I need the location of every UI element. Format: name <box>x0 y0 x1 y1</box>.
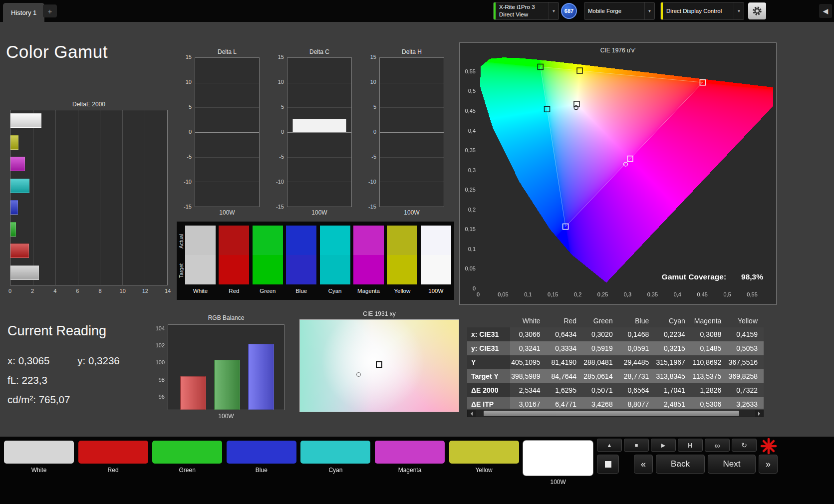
table-cell: 2,4851 <box>655 397 691 409</box>
back-button[interactable]: Back <box>656 455 705 474</box>
pattern-button-100w[interactable] <box>523 441 593 476</box>
pattern-button-yellow[interactable] <box>449 441 519 464</box>
gear-icon <box>752 6 762 16</box>
swatch-label: 100W <box>417 288 455 294</box>
table-row: ΔE 20002,53441,62950,50710,65641,70411,2… <box>467 383 764 397</box>
collapse-panel-button[interactable]: ◀ <box>819 4 832 18</box>
deltae2000-chart <box>10 110 168 285</box>
axis-tick-label: 0,35 <box>460 147 476 153</box>
swatch-white-target <box>185 255 216 284</box>
axis-tick-label: 0,45 <box>697 291 708 297</box>
display-control-dropdown[interactable]: Direct Display Control ▼ <box>660 2 744 20</box>
target-marker-icon <box>376 361 382 368</box>
row-label: Target Y <box>467 369 510 383</box>
axis-tick-label: 15 <box>177 54 192 60</box>
transport-loop-button[interactable]: ∞ <box>705 439 730 452</box>
swatch-blue-actual <box>286 226 316 255</box>
axis-tick-label: 0,3 <box>624 291 631 297</box>
table-scrollbar[interactable] <box>467 410 764 417</box>
rgb-balance-chart <box>168 324 284 410</box>
add-tab-button[interactable]: + <box>43 4 57 17</box>
table-row: ΔE ITP3,01676,47713,42688,80772,48510,53… <box>467 397 764 409</box>
transport-refresh-button[interactable]: ↻ <box>732 439 757 452</box>
axis-tick-label: 12 <box>142 288 148 294</box>
bottom-bar: WhiteRedGreenBlueCyanMagentaYellow100W ▲… <box>0 437 834 504</box>
axis-tick-label: 100 <box>148 359 165 365</box>
transport-pause-button[interactable]: H <box>678 439 703 452</box>
gridline <box>380 107 444 108</box>
display-control-name: Direct Display Control <box>663 7 734 15</box>
scrollbar-right-arrow-icon[interactable] <box>755 410 763 417</box>
tab-label: History 1 <box>11 9 36 16</box>
delta-bar <box>292 119 346 133</box>
column-header: Red <box>547 314 583 327</box>
chart-title: Delta L <box>195 48 260 55</box>
rgb-balance-x-label: 100W <box>168 413 284 420</box>
swatch-label: Blue <box>282 288 320 294</box>
table-cell: 0,5919 <box>582 341 619 355</box>
next-button[interactable]: Next <box>708 455 756 474</box>
tab-history-1[interactable]: History 1 <box>3 3 44 22</box>
axis-tick-label: -15 <box>269 204 284 210</box>
reading-y: y: 0,3236 <box>77 355 119 367</box>
swatch-green-actual <box>253 226 283 255</box>
axis-tick-label: 0 <box>477 291 480 297</box>
scrollbar-left-arrow-icon[interactable] <box>468 410 476 417</box>
pattern-label: Magenta <box>375 467 445 474</box>
axis-label: 100W <box>379 209 444 216</box>
settings-button[interactable] <box>748 2 766 19</box>
gridline <box>287 83 351 83</box>
gridline <box>55 110 56 285</box>
reading-fl: fL: 223,3 <box>7 374 120 386</box>
axis-tick-label: 0,15 <box>460 226 476 232</box>
gamut-coverage-value: 98,3% <box>741 272 763 281</box>
pattern-button-blue[interactable] <box>227 441 296 464</box>
table-cell: 0,4159 <box>727 327 764 341</box>
pattern-window-button[interactable] <box>597 455 619 474</box>
transport-play-button[interactable]: ▶ <box>651 439 676 452</box>
table-cell: 367,5516 <box>727 355 764 369</box>
axis-tick-label: 0,2 <box>574 291 581 297</box>
skip-back-button[interactable]: « <box>634 455 653 474</box>
gridline <box>122 110 123 285</box>
cie1976-panel: CIE 1976 u'v' 00,050,10,150,20,250,30,35… <box>459 42 777 305</box>
source-name: Mobile Forge <box>584 7 644 15</box>
axis-tick-label: 5 <box>361 104 376 110</box>
axis-tick-label: 5 <box>269 104 284 110</box>
axis-tick-label: -5 <box>361 154 376 160</box>
delta-plot-delta-h <box>379 57 444 207</box>
cie1976-chromaticity-diagram <box>478 56 773 289</box>
swatch-white-actual <box>185 226 216 255</box>
table-cell: 0,3088 <box>691 327 728 341</box>
gridline <box>195 182 259 182</box>
pattern-button-red[interactable] <box>78 441 148 464</box>
scrollbar-thumb[interactable] <box>484 411 739 416</box>
transport-up-button[interactable]: ▲ <box>597 439 622 452</box>
meter-count-badge[interactable]: 687 <box>561 3 577 19</box>
current-reading-title: Current Reading <box>7 323 120 339</box>
transport-stop-button[interactable]: ■ <box>624 439 649 452</box>
pattern-button-cyan[interactable] <box>300 441 370 464</box>
pattern-button-green[interactable] <box>152 441 222 464</box>
meter-dropdown[interactable]: X-Rite i1Pro 3 Direct View ▼ <box>493 2 559 20</box>
measured-marker-icon <box>356 372 361 377</box>
skip-forward-button[interactable]: » <box>759 455 778 474</box>
chart-title: Delta C <box>287 48 352 55</box>
axis-tick-label: -5 <box>177 154 192 160</box>
axis-tick-label: 0,15 <box>548 291 558 297</box>
column-header: Blue <box>619 314 655 327</box>
delta-lch-charts: Delta L151050-5-10-15100WDelta C151050-5… <box>176 48 445 221</box>
table-cell: 0,3066 <box>510 327 547 341</box>
swatch-cyan-target <box>320 255 350 284</box>
swatch-label: Red <box>215 288 253 294</box>
pattern-button-magenta[interactable] <box>375 441 445 464</box>
pattern-button-white[interactable] <box>4 441 74 464</box>
gridline <box>287 157 351 158</box>
pattern-label: Green <box>152 467 222 474</box>
page-title: Color Gamut <box>6 42 108 62</box>
source-dropdown[interactable]: Mobile Forge ▼ <box>584 2 655 20</box>
deltae-bar-yellow <box>10 135 18 150</box>
table-cell: 0,3241 <box>510 341 547 355</box>
scrollbar-track[interactable] <box>476 410 755 417</box>
table-cell: 110,8692 <box>691 355 728 369</box>
